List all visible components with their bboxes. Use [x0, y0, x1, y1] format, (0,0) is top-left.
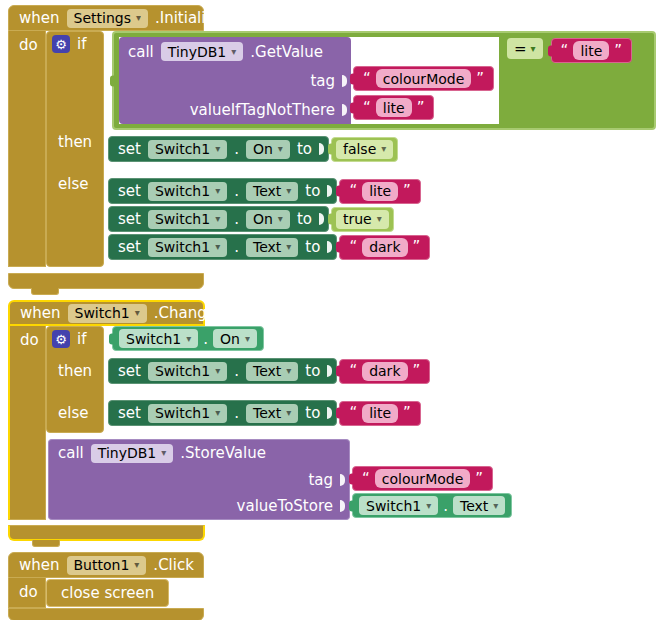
chevron-down-icon: ▾: [286, 242, 291, 252]
component-dropdown-switch1[interactable]: Switch1 ▾: [148, 210, 227, 229]
operator-dropdown-equals[interactable]: = ▾: [507, 38, 543, 59]
block-text-lite[interactable]: “ lite ”: [339, 179, 420, 204]
block-equals-compare[interactable]: call TinyDB1 ▾ .GetValue: [112, 31, 656, 130]
close-quote: ”: [403, 404, 411, 422]
block-set-switch1-on-true[interactable]: set Switch1 ▾ . On ▾ to: [108, 206, 656, 232]
component-dropdown-switch1[interactable]: Switch1 ▾: [119, 329, 198, 348]
component-dropdown-tinydb1[interactable]: TinyDB1 ▾: [161, 42, 244, 61]
chevron-down-icon: ▾: [215, 366, 220, 376]
set-label: set: [118, 182, 141, 200]
dot-separator: .: [443, 497, 448, 515]
arg-label: valueToStore: [237, 497, 333, 515]
block-set-switch1-text-lite[interactable]: set Switch1 ▾ . Text ▾ to: [108, 178, 656, 204]
block-text-dark[interactable]: “ dark ”: [339, 359, 430, 384]
block-close-screen[interactable]: close screen: [46, 579, 169, 607]
property-dropdown-on[interactable]: On ▾: [213, 329, 257, 348]
text-field[interactable]: dark: [362, 362, 407, 381]
block-logic-true[interactable]: true ▾: [331, 207, 394, 232]
text-value: lite: [369, 405, 391, 421]
component-dropdown-switch1[interactable]: Switch1 ▾: [359, 496, 438, 515]
mutator-gear-icon[interactable]: ⚙: [52, 35, 70, 53]
event-header[interactable]: when Settings ▾ .Initialize: [8, 5, 204, 31]
component-dropdown-switch1[interactable]: Switch1 ▾: [148, 362, 227, 381]
block-set-switch1-text-dark[interactable]: set Switch1 ▾ . Text ▾ to: [108, 234, 656, 260]
chevron-down-icon: ▾: [493, 501, 498, 511]
logic-dropdown[interactable]: false ▾: [336, 140, 393, 159]
block-if-else[interactable]: ⚙ if then else Switch1 ▾ . On: [46, 326, 512, 433]
property-dropdown-text[interactable]: Text ▾: [246, 404, 298, 423]
block-get-switch1-on[interactable]: Switch1 ▾ . On ▾: [112, 326, 264, 351]
text-field[interactable]: dark: [362, 238, 407, 257]
property-dropdown-text[interactable]: Text ▾: [246, 238, 298, 257]
block-when-button1-click[interactable]: when Button1 ▾ .Click do close screen: [8, 552, 204, 620]
close-quote: ”: [413, 238, 421, 256]
block-call-tinydb1-getvalue[interactable]: call TinyDB1 ▾ .GetValue: [119, 37, 351, 66]
event-header[interactable]: when Button1 ▾ .Click: [8, 552, 204, 578]
block-text-colourmode[interactable]: “ colourMode ”: [352, 466, 493, 491]
open-quote: “: [349, 238, 357, 256]
block-text-lite[interactable]: “ lite ”: [339, 401, 420, 426]
component-dropdown-switch1[interactable]: Switch1 ▾: [148, 238, 227, 257]
block-bottom-connector: [8, 273, 204, 289]
if-label: if: [77, 330, 86, 348]
property-dropdown-text[interactable]: Text ▾: [453, 496, 505, 515]
text-field[interactable]: lite: [573, 41, 609, 60]
property-dropdown-text[interactable]: Text ▾: [246, 362, 298, 381]
event-name: .Changed: [154, 304, 226, 322]
method-name: .GetValue: [250, 43, 323, 61]
block-if-else[interactable]: ⚙ if then else call TinyDB1: [46, 31, 656, 267]
block-set-switch1-text-dark[interactable]: set Switch1 ▾ . Text ▾ to: [108, 358, 512, 384]
dropdown-value: On: [253, 141, 273, 157]
dot-separator: .: [203, 330, 208, 348]
component-dropdown-switch1[interactable]: Switch1 ▾: [148, 140, 227, 159]
text-field[interactable]: colourMode: [376, 69, 472, 88]
text-field[interactable]: colourMode: [375, 469, 471, 488]
event-header[interactable]: when Switch1 ▾ .Changed: [8, 300, 205, 326]
chevron-down-icon: ▾: [135, 308, 140, 318]
block-get-switch1-text[interactable]: Switch1 ▾ . Text ▾: [352, 493, 512, 518]
open-quote: “: [362, 470, 370, 488]
component-dropdown-button1[interactable]: Button1 ▾: [67, 556, 147, 575]
dropdown-value: Text: [253, 183, 281, 199]
compare-left-socket: call TinyDB1 ▾ .GetValue: [119, 37, 499, 124]
component-dropdown-switch1[interactable]: Switch1 ▾: [148, 182, 227, 201]
logic-dropdown[interactable]: true ▾: [336, 210, 389, 229]
text-field[interactable]: lite: [362, 404, 398, 423]
dropdown-value: Settings: [74, 10, 131, 26]
block-set-switch1-text-lite[interactable]: set Switch1 ▾ . Text ▾ to: [108, 400, 512, 426]
chevron-down-icon: ▾: [286, 186, 291, 196]
dropdown-value: Text: [253, 239, 281, 255]
component-dropdown-tinydb1[interactable]: TinyDB1 ▾: [91, 444, 174, 463]
block-text-colourmode[interactable]: “ colourMode ”: [353, 66, 494, 91]
component-dropdown-switch1[interactable]: Switch1 ▾: [68, 304, 147, 323]
to-label: to: [297, 210, 312, 228]
block-text-lite[interactable]: “ lite ”: [551, 38, 632, 63]
text-value: colourMode: [383, 71, 465, 87]
component-dropdown-settings[interactable]: Settings ▾: [67, 9, 148, 28]
text-field[interactable]: lite: [376, 98, 412, 117]
block-text-dark[interactable]: “ dark ”: [339, 235, 430, 260]
arg-label: tag: [308, 471, 333, 489]
block-text-lite[interactable]: “ lite ”: [353, 95, 434, 120]
dropdown-value: Switch1: [75, 305, 130, 321]
block-set-switch1-on-false[interactable]: set Switch1 ▾ . On ▾ to: [108, 136, 656, 162]
block-logic-false[interactable]: false ▾: [331, 137, 398, 162]
do-slot-label: do: [8, 31, 46, 267]
property-dropdown-on[interactable]: On ▾: [246, 140, 290, 159]
block-call-tinydb1-storevalue[interactable]: call TinyDB1 ▾ .StoreValue tag: [48, 439, 512, 520]
method-name: .StoreValue: [180, 444, 266, 462]
mutator-gear-icon[interactable]: ⚙: [52, 330, 70, 348]
property-dropdown-text[interactable]: Text ▾: [246, 182, 298, 201]
open-quote: “: [561, 42, 569, 60]
blocks-workspace[interactable]: when Settings ▾ .Initialize do ⚙ if then: [0, 0, 662, 620]
event-name: .Initialize: [155, 9, 223, 27]
dot-separator: .: [234, 362, 239, 380]
chevron-down-icon: ▾: [215, 186, 220, 196]
block-when-settings-initialize[interactable]: when Settings ▾ .Initialize do ⚙ if then: [8, 5, 656, 289]
block-when-switch1-changed[interactable]: when Switch1 ▾ .Changed do ⚙ if then el: [8, 300, 512, 541]
property-dropdown-on[interactable]: On ▾: [246, 210, 290, 229]
chevron-down-icon: ▾: [134, 560, 139, 570]
dropdown-value: Switch1: [155, 363, 210, 379]
text-field[interactable]: lite: [362, 182, 398, 201]
component-dropdown-switch1[interactable]: Switch1 ▾: [148, 404, 227, 423]
